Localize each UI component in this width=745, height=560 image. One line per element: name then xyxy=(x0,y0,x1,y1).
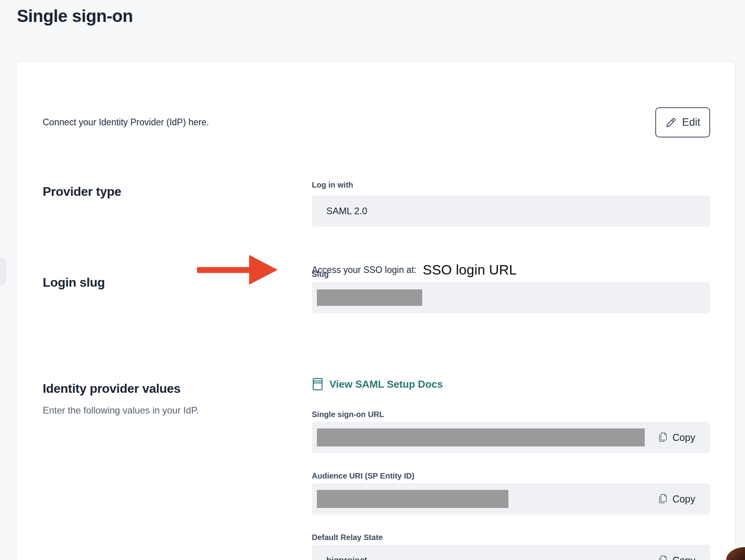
audience-uri-field: Copy xyxy=(312,483,710,515)
slug-field[interactable] xyxy=(312,282,710,313)
default-relay-state-field: bigproject Copy xyxy=(312,545,710,560)
idp-values-heading: Identity provider values xyxy=(43,381,181,396)
audience-uri-label: Audience URI (SP Entity ID) xyxy=(312,471,414,481)
login-with-label: Log in with xyxy=(312,181,353,190)
provider-type-field[interactable]: SAML 2.0 xyxy=(312,195,710,227)
copy-button-label: Copy xyxy=(673,555,695,560)
copy-audience-uri-button[interactable]: Copy xyxy=(658,493,695,505)
copy-button-label: Copy xyxy=(673,493,695,505)
edit-button[interactable]: Edit xyxy=(655,107,710,137)
provider-type-value: SAML 2.0 xyxy=(326,206,367,217)
docs-icon xyxy=(312,378,324,391)
intro-text: Connect your Identity Provider (IdP) her… xyxy=(43,117,209,128)
left-edge-handle[interactable] xyxy=(0,258,6,285)
copy-button-label: Copy xyxy=(673,432,695,443)
copy-relay-state-button[interactable]: Copy xyxy=(658,555,695,560)
sso-settings-card: Connect your Identity Provider (IdP) her… xyxy=(16,61,735,560)
copy-sso-url-button[interactable]: Copy xyxy=(658,432,695,443)
view-saml-docs-link[interactable]: View SAML Setup Docs xyxy=(312,378,443,391)
provider-type-heading: Provider type xyxy=(43,184,121,199)
sso-login-access-row: Access your SSO login at: SSO login URL xyxy=(312,255,517,285)
idp-values-subheading: Enter the following values in your IdP. xyxy=(43,405,199,416)
copy-icon xyxy=(658,493,668,505)
edit-button-label: Edit xyxy=(682,116,700,128)
sso-login-url-annotation: SSO login URL xyxy=(423,262,517,278)
login-slug-heading: Login slug xyxy=(43,275,105,290)
copy-icon xyxy=(658,555,668,560)
docs-link-label: View SAML Setup Docs xyxy=(329,378,443,390)
page-title: Single sign-on xyxy=(17,6,133,26)
sso-url-label: Single sign-on URL xyxy=(312,410,384,419)
slug-redacted-value xyxy=(317,289,422,306)
sso-url-redacted-value xyxy=(317,428,645,446)
sso-url-field: Copy xyxy=(312,422,710,453)
pencil-icon xyxy=(665,117,677,128)
copy-icon xyxy=(658,432,668,443)
annotation-arrow-icon xyxy=(197,255,278,285)
default-relay-state-value: bigproject xyxy=(326,555,367,560)
audience-uri-redacted-value xyxy=(317,490,508,508)
access-prefix-text: Access your SSO login at: xyxy=(312,265,416,275)
default-relay-state-label: Default Relay State xyxy=(312,533,383,542)
